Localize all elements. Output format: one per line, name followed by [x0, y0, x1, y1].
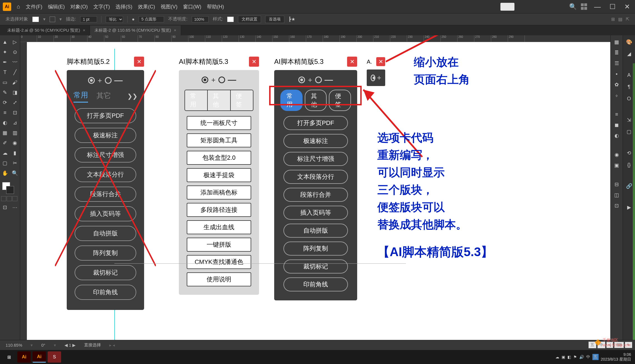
- tab-common[interactable]: 常用: [73, 90, 88, 103]
- panel-53-light-btn-4[interactable]: 添加画稿色标: [187, 186, 251, 200]
- scale-tool-icon[interactable]: ⤢: [10, 98, 20, 108]
- color-swatches[interactable]: [0, 181, 20, 195]
- asset-export-icon[interactable]: ⇲: [625, 116, 633, 124]
- tray-volume-icon[interactable]: 🔊: [579, 355, 584, 359]
- graph-tool-icon[interactable]: ▮: [10, 148, 20, 158]
- direct-select-tool-icon[interactable]: ▷: [10, 37, 20, 47]
- appearance-icon[interactable]: ◉: [613, 151, 621, 159]
- taskbar-ai-1[interactable]: Ai: [17, 351, 31, 363]
- artboard[interactable]: 脚本精简版5.2 ✕ + — 常用 其它 ❯❯ 打开多页PDF极: [27, 42, 610, 347]
- panel-52-btn-0[interactable]: 打开多页PDF: [75, 108, 136, 123]
- symbol-tool-icon[interactable]: ☁: [0, 148, 10, 158]
- tray-network-icon[interactable]: ⚑: [573, 355, 577, 359]
- menu-help[interactable]: 帮助(H): [207, 3, 224, 10]
- menu-object[interactable]: 对象(O): [70, 3, 88, 10]
- panel-close-button[interactable]: ✕: [134, 57, 144, 67]
- menu-effect[interactable]: 效果(C): [138, 3, 155, 10]
- stroke-swatch[interactable]: [50, 17, 55, 22]
- opentype-icon[interactable]: O: [625, 95, 633, 103]
- panel-52-btn-1[interactable]: 极速标注: [75, 128, 136, 143]
- color-guide-icon[interactable]: ◢: [625, 50, 633, 58]
- char-icon[interactable]: A: [625, 71, 633, 79]
- doc-tab-1[interactable]: 未标题-2.ai @ 50 % (CMYK/CPU 预览)×: [3, 25, 90, 35]
- menu-select[interactable]: 选择(S): [116, 3, 132, 10]
- close-tab-icon[interactable]: ×: [174, 28, 176, 33]
- tab-common[interactable]: 常用: [184, 90, 208, 111]
- minimize-icon[interactable]: —: [592, 3, 603, 11]
- radio-opt[interactable]: [371, 75, 375, 81]
- layers-icon[interactable]: ≣: [613, 49, 621, 57]
- panel-53-dark-btn-7[interactable]: 阵列复制: [283, 242, 348, 256]
- libraries-icon[interactable]: ☰: [613, 59, 621, 67]
- menu-type[interactable]: 文字(T): [93, 3, 110, 10]
- panel-53-light-btn-3[interactable]: 极速手提袋: [187, 168, 251, 182]
- panel-53-light-btn-2[interactable]: 包装盒型2.0: [187, 151, 251, 165]
- radio-opt-2[interactable]: [105, 77, 112, 84]
- panel-53-light-btn-6[interactable]: 生成出血线: [187, 220, 251, 234]
- panel-53-light-btn-0[interactable]: 统一画板尺寸: [187, 116, 251, 130]
- brush-tool-icon[interactable]: 🖌: [10, 77, 20, 87]
- zoom-tool-icon[interactable]: 🔍: [10, 168, 20, 178]
- doc-tab-2[interactable]: 未标题-2 @ 110.65 % (CMYK/CPU 预览)×: [90, 25, 181, 35]
- brush-icon[interactable]: ●: [132, 17, 135, 22]
- panel-53-light-btn-5[interactable]: 多段路径连接: [187, 203, 251, 217]
- artboards-icon[interactable]: ▢: [625, 128, 633, 136]
- blend-tool-icon[interactable]: ◉: [10, 138, 20, 148]
- panel-53-dark-btn-8[interactable]: 裁切标记: [283, 259, 348, 273]
- panel-52-btn-9[interactable]: 印前角线: [75, 285, 136, 300]
- history-icon[interactable]: ⟲: [625, 149, 633, 157]
- symbols-icon[interactable]: ⬨: [613, 91, 621, 99]
- menu-file[interactable]: 文件(F): [26, 3, 42, 10]
- screen-mode-icon[interactable]: ⊡: [0, 202, 10, 212]
- pen-tool-icon[interactable]: ✒: [0, 57, 10, 67]
- taskbar-app-3[interactable]: S: [48, 351, 61, 363]
- eyedropper-tool-icon[interactable]: ✐: [0, 138, 10, 148]
- panel-toggle-icon[interactable]: ▤: [618, 17, 622, 22]
- shaper-tool-icon[interactable]: ✎: [0, 87, 10, 98]
- doc-setup-button[interactable]: 文档设置: [238, 16, 261, 23]
- panel-53-dark-btn-2[interactable]: 标注尺寸增强: [283, 152, 348, 166]
- wand-tool-icon[interactable]: ✦: [0, 47, 10, 57]
- panel-53-dark-btn-6[interactable]: 自动拼版: [283, 224, 348, 238]
- css-icon[interactable]: {}: [625, 161, 633, 169]
- tab-notes[interactable]: 便签: [231, 90, 253, 111]
- width-tool-icon[interactable]: ≡: [0, 108, 10, 118]
- menu-edit[interactable]: 编辑(E): [48, 3, 65, 10]
- artboard-tool-icon[interactable]: ▢: [0, 158, 10, 168]
- tray-cloud-icon[interactable]: ☁: [555, 355, 559, 359]
- style-swatch[interactable]: [227, 17, 234, 22]
- tray-icon-2[interactable]: ▣: [562, 355, 565, 359]
- transform-icon[interactable]: ⊡: [613, 202, 621, 210]
- selection-tool-icon[interactable]: ▲: [0, 37, 10, 47]
- panel-53-light-btn-1[interactable]: 矩形圆角工具: [187, 133, 251, 147]
- rect-tool-icon[interactable]: ▭: [0, 77, 10, 87]
- slice-tool-icon[interactable]: ✂: [10, 158, 20, 168]
- panel-53-dark-btn-0[interactable]: 打开多页PDF: [283, 116, 348, 130]
- panel-52-btn-4[interactable]: 段落行合并: [75, 187, 136, 202]
- radio-opt-1[interactable]: [88, 77, 95, 84]
- panel-52-btn-2[interactable]: 标注尺寸增强: [75, 147, 136, 163]
- brushes-icon[interactable]: ✿: [613, 81, 621, 89]
- profile-select[interactable]: 等比: [106, 16, 123, 23]
- radio-opt-1[interactable]: [202, 76, 208, 83]
- eraser-tool-icon[interactable]: ◨: [10, 87, 20, 98]
- tray-ime-1[interactable]: 中: [586, 354, 590, 360]
- graphic-styles-icon[interactable]: ▣: [613, 161, 621, 169]
- play-icon[interactable]: ▶: [625, 203, 633, 211]
- shape-builder-icon[interactable]: ◐: [0, 118, 10, 128]
- taskbar-clock[interactable]: 9:06 2023/8/13 星期日: [601, 352, 633, 362]
- hand-tool-icon[interactable]: ✋: [0, 168, 10, 178]
- panel-53-dark-btn-3[interactable]: 文本段落分行: [283, 170, 348, 184]
- fill-swatch[interactable]: [32, 17, 39, 22]
- panel-53-dark-btn-5[interactable]: 插入页码等: [283, 206, 348, 220]
- edit-toolbar-icon[interactable]: ⋯: [10, 202, 20, 212]
- perspective-tool-icon[interactable]: ⊿: [10, 118, 20, 128]
- free-transform-icon[interactable]: ⊡: [10, 108, 20, 118]
- brush-input[interactable]: [139, 16, 164, 22]
- curvature-tool-icon[interactable]: 〰: [10, 57, 20, 67]
- opacity-input[interactable]: [192, 16, 209, 22]
- panel-52-btn-8[interactable]: 裁切标记: [75, 265, 136, 280]
- panel-53-light-btn-8[interactable]: CMYK查找潘通色: [187, 255, 251, 269]
- radio-opt-2[interactable]: [315, 76, 322, 83]
- artboard-nav[interactable]: ◀ 1 ▶: [64, 343, 76, 348]
